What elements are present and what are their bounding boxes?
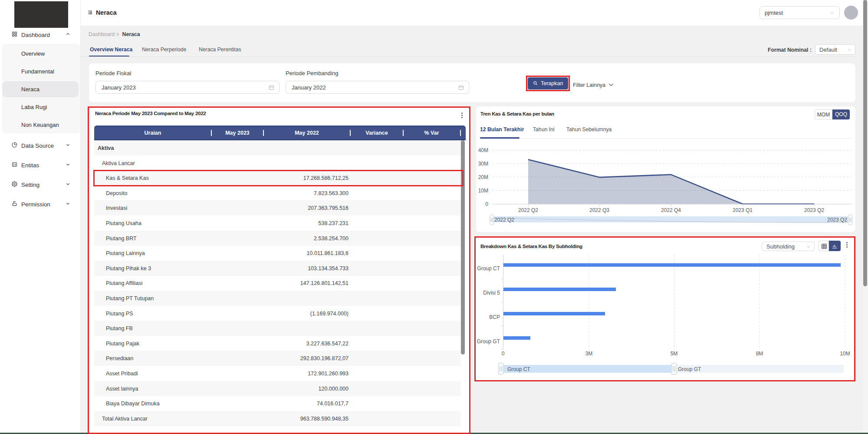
svg-text:2022 Q3: 2022 Q3 — [589, 207, 609, 213]
svg-text:30M: 30M — [478, 161, 488, 167]
svg-text:Group CT: Group CT — [507, 366, 530, 372]
svg-text:3M: 3M — [585, 351, 593, 357]
svg-text:2023 Q2: 2023 Q2 — [827, 217, 847, 223]
svg-text:5M: 5M — [671, 351, 678, 357]
svg-text:10M: 10M — [840, 351, 850, 357]
svg-text:40M: 40M — [478, 147, 488, 153]
svg-text:BCP: BCP — [489, 314, 500, 320]
svg-text:2022 Q2: 2022 Q2 — [518, 207, 538, 213]
svg-text:2022 Q4: 2022 Q4 — [661, 207, 681, 213]
svg-text:2022 Q2: 2022 Q2 — [494, 217, 514, 223]
svg-text:Group GT: Group GT — [477, 338, 500, 345]
svg-text:2023 Q2: 2023 Q2 — [804, 207, 824, 213]
svg-text:0: 0 — [502, 351, 505, 357]
svg-text:Group GT: Group GT — [678, 366, 701, 372]
svg-text:Divisi 5: Divisi 5 — [483, 290, 500, 296]
svg-text:8M: 8M — [756, 351, 763, 357]
svg-text:20M: 20M — [478, 174, 488, 180]
svg-text:Group CT: Group CT — [477, 265, 500, 272]
svg-text:0: 0 — [485, 201, 488, 207]
svg-text:10M: 10M — [478, 188, 488, 194]
svg-text:2023 Q1: 2023 Q1 — [733, 207, 753, 213]
